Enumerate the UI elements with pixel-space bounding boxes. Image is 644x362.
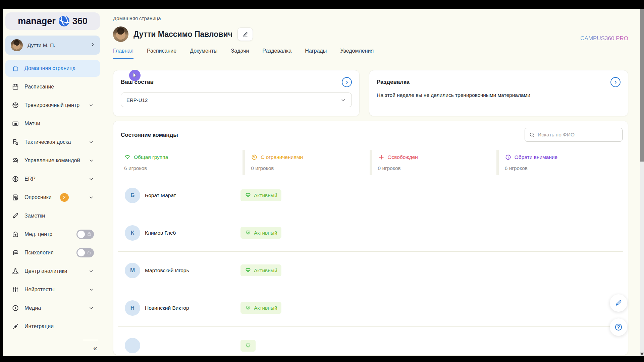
toggle-knob: [77, 249, 85, 256]
sidebar-item-neurotests[interactable]: Нейротесты: [5, 280, 100, 299]
tactics-icon: [11, 138, 19, 146]
player-row[interactable]: К Климов Глеб Активный: [118, 214, 623, 252]
sidebar-item-surveys[interactable]: Опросники 2: [5, 188, 100, 206]
sidebar-item-label: Тренировочный центр: [24, 102, 79, 108]
team-select[interactable]: ERP-U12: [121, 93, 352, 107]
player-row-partial[interactable]: [118, 327, 623, 356]
player-avatar: М: [125, 263, 140, 278]
search-input[interactable]: [538, 132, 618, 138]
sidebar-item-media[interactable]: Медиа: [5, 299, 100, 317]
chevron-down-icon[interactable]: [89, 176, 94, 182]
locker-card-message: На этой неделе вы не делились тренировоч…: [377, 92, 621, 98]
group-general[interactable]: Общая группа 6 игроков: [118, 150, 243, 175]
sidebar-item-med-center[interactable]: Мед. центр: [5, 225, 100, 243]
med-center-locked-toggle[interactable]: [76, 230, 94, 239]
medkit-icon: [11, 230, 19, 238]
player-avatar: К: [125, 225, 140, 241]
group-count: 6 игроков: [505, 165, 617, 171]
status-badge: Активный: [240, 264, 281, 276]
group-restricted[interactable]: С ограничениями 0 игроков: [243, 150, 369, 175]
chevron-down-icon[interactable]: [89, 139, 94, 145]
group-label: С ограничениями: [261, 154, 303, 160]
sidebar-item-tactics-board[interactable]: Тактическая доска: [5, 133, 100, 151]
survey-icon: [11, 193, 19, 201]
chevron-down-icon[interactable]: [89, 305, 94, 311]
player-avatar: [125, 338, 140, 353]
player-search[interactable]: [525, 128, 623, 142]
chevron-down-icon[interactable]: [89, 158, 94, 163]
tab-tasks[interactable]: Задачи: [231, 48, 249, 59]
tab-home[interactable]: Главная: [113, 48, 133, 59]
chevron-down-icon[interactable]: [89, 195, 94, 200]
chevron-down-icon[interactable]: [89, 103, 94, 108]
locker-card-title: Раздевалка: [377, 79, 410, 85]
player-avatar: Н: [125, 300, 140, 316]
sidebar-user[interactable]: Дутти М. П.: [5, 36, 100, 55]
vertical-scrollbar[interactable]: [640, 9, 644, 356]
sidebar-item-label: Домашняя страница: [24, 65, 75, 71]
logo-text-suffix: 360: [72, 16, 88, 26]
scoreboard-icon: [11, 120, 19, 128]
sidebar-item-label: Интеграции: [24, 323, 54, 329]
ball-icon: [11, 101, 19, 109]
group-count: 0 игроков: [251, 165, 363, 171]
team-select-value: ERP-U12: [126, 97, 148, 103]
sidebar-item-notes[interactable]: Заметки: [5, 206, 100, 225]
page-title: Дутти Массимо Павлович: [133, 30, 232, 39]
sidebar-item-label: Мед. центр: [24, 231, 52, 237]
sidebar-item-schedule[interactable]: Расписание: [5, 77, 100, 96]
calendar-icon: [11, 83, 19, 91]
logo-text-prefix: manager: [18, 16, 56, 26]
mouse-pointer-icon: [131, 72, 138, 79]
app-logo[interactable]: manager 360: [5, 12, 100, 30]
sidebar-item-training-center[interactable]: Тренировочный центр: [5, 96, 100, 114]
player-row[interactable]: М Мартовский Игорь Активный: [118, 252, 623, 289]
status-badge: Активный: [240, 302, 281, 314]
sidebar-item-analytics-center[interactable]: Центр аналитики: [5, 262, 100, 280]
heart-check-icon: [245, 229, 252, 236]
tab-schedule[interactable]: Расписание: [147, 48, 176, 59]
sidebar-collapse-button[interactable]: «: [93, 344, 97, 353]
sidebar: manager 360 Дутти М. П. Домашняя страниц…: [3, 9, 103, 356]
locker-card-open-button[interactable]: [610, 77, 621, 87]
sidebar-item-matches[interactable]: Матчи: [5, 114, 100, 133]
roster-card-open-button[interactable]: [342, 77, 352, 87]
search-icon: [529, 132, 535, 138]
help-fab-button[interactable]: [610, 318, 627, 336]
scrollbar-thumb[interactable]: [640, 9, 644, 162]
tab-bar: Главная Расписание Документы Задачи Разд…: [113, 48, 628, 59]
scrollbar-down-arrow[interactable]: [640, 353, 644, 355]
group-count: 0 игроков: [378, 165, 490, 171]
chevron-down-icon[interactable]: [89, 268, 94, 274]
sidebar-item-erp[interactable]: ERP: [5, 170, 100, 188]
surveys-count-badge: 2: [60, 193, 69, 202]
edit-profile-button[interactable]: [237, 27, 253, 41]
notes-fab-button[interactable]: [610, 294, 627, 312]
user-name: Дутти М. П.: [28, 42, 55, 48]
tab-locker-room[interactable]: Раздевалка: [262, 48, 291, 59]
group-released[interactable]: Освобожден 0 игроков: [370, 150, 496, 175]
user-avatar: [11, 39, 23, 51]
player-row[interactable]: Н Новинский Виктор Активный: [118, 289, 623, 327]
group-count: 6 игроков: [124, 165, 236, 171]
player-row[interactable]: Б Борат Марат Активный: [118, 177, 623, 214]
sidebar-item-integrations[interactable]: Интеграции: [5, 317, 100, 336]
tab-notifications[interactable]: Уведомления: [340, 48, 374, 59]
group-attention[interactable]: Обрати внимание 6 игроков: [496, 150, 623, 175]
sidebar-item-psychology[interactable]: Психология: [5, 243, 100, 262]
tab-documents[interactable]: Документы: [190, 48, 217, 59]
tab-awards[interactable]: Награды: [305, 48, 327, 59]
plus-icon: [378, 154, 385, 161]
heart-check-icon: [245, 192, 252, 199]
sidebar-item-label: Расписание: [24, 84, 54, 90]
profile-avatar: [113, 26, 128, 42]
sidebar-item-team-management[interactable]: Управление командой: [5, 151, 100, 170]
sliders-icon: [11, 286, 19, 294]
psychology-locked-toggle[interactable]: [76, 248, 94, 257]
sidebar-item-home[interactable]: Домашняя страница: [5, 60, 100, 77]
chevron-down-icon[interactable]: [89, 287, 94, 292]
sidebar-item-label: Нейротесты: [24, 287, 55, 293]
lock-icon: [87, 250, 92, 256]
sidebar-nav: Домашняя страница Расписание Тренировочн…: [5, 60, 100, 336]
group-label: Освобожден: [388, 154, 418, 160]
